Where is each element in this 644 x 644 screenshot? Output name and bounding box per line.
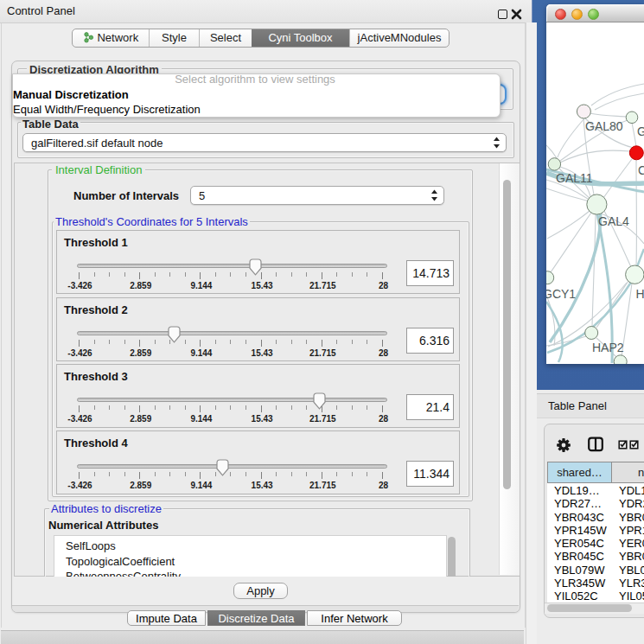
svg-text:C: C: [638, 163, 644, 177]
svg-text:GAL11: GAL11: [556, 171, 593, 185]
svg-text:GAL80: GAL80: [585, 119, 623, 133]
svg-text:HI: HI: [636, 287, 644, 301]
svg-text:GCY1: GCY1: [546, 287, 576, 301]
svg-text:HAP2: HAP2: [592, 341, 624, 354]
svg-text:GA: GA: [637, 124, 644, 138]
svg-text:GAL4: GAL4: [598, 214, 629, 228]
